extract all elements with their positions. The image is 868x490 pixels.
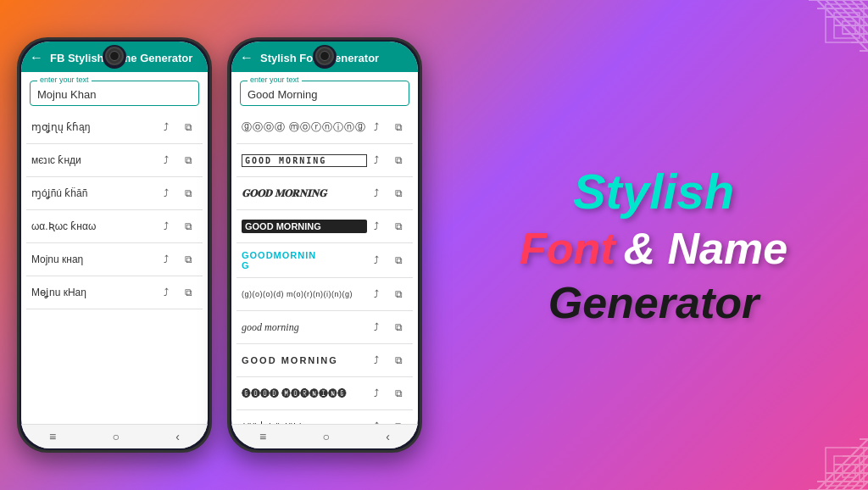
table-row: ɱóʝñú ƙĥāñ ⤴ ⧉	[26, 177, 203, 210]
share-icon[interactable]: ⤴	[367, 118, 386, 136]
table-row: 𝐆𝐎𝐎𝐃 𝐌𝐎𝐑𝐍𝐈𝐍𝐆 ⤴ ⧉	[236, 177, 413, 210]
brand-generator: Generator	[548, 277, 760, 328]
branding-section: Stylish Font & Name Generator	[439, 146, 868, 345]
table-row: ɱơʝɳų ƙɦąŋ ⤴ ⧉	[26, 111, 203, 144]
back-nav-icon[interactable]: ‹	[175, 430, 180, 443]
copy-icon[interactable]: ⧉	[179, 250, 198, 269]
copy-icon[interactable]: ⧉	[389, 318, 408, 337]
font-text: 𝐆𝐎𝐎𝐃 𝐌𝐎𝐑𝐍𝐈𝐍𝐆	[242, 187, 367, 199]
table-row: GOOD MORNING ⤴ ⧉	[236, 210, 413, 243]
font-actions: ⤴ ⧉	[367, 351, 408, 370]
share-icon[interactable]: ⤴	[367, 351, 386, 370]
svg-line-24	[826, 448, 868, 490]
share-icon[interactable]: ⤴	[367, 251, 386, 270]
phone2-input-area: enter your text	[231, 72, 418, 111]
table-row: ωα.Ʀωc ƙнαω ⤴ ⧉	[26, 210, 203, 243]
phone1-bottom-nav: ≡ ○ ‹	[21, 424, 208, 448]
copy-icon[interactable]: ⧉	[389, 151, 408, 170]
font-actions: ⤴ ⧉	[367, 285, 408, 303]
font-text: GOOD MORNING	[242, 355, 367, 365]
back-nav-icon[interactable]: ‹	[386, 430, 390, 443]
font-text: GOODMORNING	[242, 250, 367, 270]
table-row: 🅖🅞🅞🅓 🅜🅞🅡🅝🅘🅝🅖 ⤴ ⧉	[236, 377, 413, 410]
font-text: good morning	[242, 321, 367, 334]
phones-container: ← FB Stylish Name Generator enter your t…	[0, 22, 439, 468]
share-icon[interactable]: ⤴	[367, 417, 386, 424]
table-row: Mөʝnu кHаη ⤴ ⧉	[26, 276, 203, 309]
share-icon[interactable]: ⤴	[367, 318, 386, 337]
menu-icon[interactable]: ≡	[259, 430, 266, 443]
font-text: GOOD MORNING	[242, 154, 367, 167]
phone1-camera	[105, 47, 124, 65]
share-icon[interactable]: ⤴	[367, 151, 386, 170]
font-actions: ⤴ ⧉	[157, 217, 198, 236]
copy-icon[interactable]: ⧉	[389, 417, 408, 424]
share-icon[interactable]: ⤴	[367, 285, 386, 303]
copy-icon[interactable]: ⧉	[179, 283, 198, 302]
phone1-input[interactable]	[37, 88, 192, 101]
font-text: ɱóʝñú ƙĥāñ	[31, 187, 157, 199]
brand-stylish: Stylish	[573, 163, 734, 220]
copy-icon[interactable]: ⧉	[389, 118, 408, 136]
copy-icon[interactable]: ⧉	[389, 285, 408, 303]
table-row: GOOD MORNING ⤴ ⧉	[236, 144, 413, 177]
copy-icon[interactable]: ⧉	[179, 217, 198, 236]
copy-icon[interactable]: ⧉	[389, 251, 408, 270]
table-row: good morning ⤴ ⧉	[236, 311, 413, 344]
home-icon[interactable]: ○	[113, 430, 120, 443]
phone2-input-label: enter your text	[248, 75, 302, 84]
font-text: ⓖⓞⓞⓓ ⓜⓞⓡⓝⓘⓝⓖ	[242, 120, 367, 135]
table-row: GOODMORNING ⤴ ⧉	[236, 243, 413, 278]
font-text: мєנιc ƙнди	[31, 154, 157, 166]
font-text: Mөʝnu кHаη	[31, 287, 157, 298]
font-text: GOOD MORNING	[242, 220, 367, 233]
copy-icon[interactable]: ⧉	[389, 217, 408, 236]
font-actions: ⤴ ⧉	[157, 118, 198, 136]
back-arrow-icon[interactable]: ←	[30, 50, 43, 65]
table-row: (g)(o)(o)(d) m(o)(r)(n)(i)(n)(g) ⤴ ⧉	[236, 278, 413, 311]
font-text: ɱơʝɳų ƙɦąŋ	[31, 121, 157, 133]
share-icon[interactable]: ⤴	[157, 118, 175, 136]
share-icon[interactable]: ⤴	[157, 217, 175, 236]
phone1-input-area: enter your text	[21, 72, 208, 111]
phone2-input-wrapper: enter your text	[240, 81, 409, 106]
font-actions: ⤴ ⧉	[157, 283, 198, 302]
copy-icon[interactable]: ⧉	[389, 384, 408, 403]
copy-icon[interactable]: ⧉	[179, 151, 198, 170]
phone2-screen: ← Stylish Font Generator enter your text…	[231, 42, 418, 448]
copy-icon[interactable]: ⧉	[389, 351, 408, 370]
font-actions: ⤴ ⧉	[367, 151, 408, 170]
phone-1: ← FB Stylish Name Generator enter your t…	[17, 37, 212, 453]
font-actions: ⤴ ⧉	[367, 184, 408, 203]
phone2-font-list: ⓖⓞⓞⓓ ⓜⓞⓡⓝⓘⓝⓖ ⤴ ⧉ GOOD MORNING ⤴ ⧉ 𝐆𝐎𝐎𝐃 𝐌…	[231, 111, 418, 424]
back-arrow-icon[interactable]: ←	[240, 50, 253, 65]
share-icon[interactable]: ⤴	[157, 184, 175, 203]
phone2-input[interactable]	[248, 88, 402, 101]
brand-font-text: Font	[520, 223, 615, 274]
share-icon[interactable]: ⤴	[367, 384, 386, 403]
copy-icon[interactable]: ⧉	[179, 184, 198, 203]
font-text: 🅖🅞🅞🅓 🅜🅞🅡🅝🅘🅝🅖	[242, 388, 367, 398]
table-row: Mojnu кнаη ⤴ ⧉	[26, 243, 203, 276]
copy-icon[interactable]: ⧉	[179, 118, 198, 136]
menu-icon[interactable]: ≡	[49, 430, 56, 443]
share-icon[interactable]: ⤴	[157, 250, 175, 269]
share-icon[interactable]: ⤴	[367, 184, 386, 203]
copy-icon[interactable]: ⧉	[389, 184, 408, 203]
brand-and-name-text: & Name	[623, 223, 787, 274]
table-row: ⓖⓞⓞⓓ ⓜⓞⓡⓝⓘⓝⓖ ⤴ ⧉	[236, 111, 413, 144]
phone1-screen: ← FB Stylish Name Generator enter your t…	[21, 42, 208, 448]
share-icon[interactable]: ⤴	[157, 283, 175, 302]
font-actions: ⤴ ⧉	[367, 384, 408, 403]
table-row: мєנιc ƙнди ⤴ ⧉	[26, 144, 203, 177]
font-actions: ⤴ ⧉	[157, 250, 198, 269]
phone1-font-list: ɱơʝɳų ƙɦąŋ ⤴ ⧉ мєנιc ƙнди ⤴ ⧉ ɱóʝñú ƙĥāñ	[21, 111, 208, 424]
share-icon[interactable]: ⤴	[367, 217, 386, 236]
phone1-input-wrapper: enter your text	[30, 81, 199, 106]
table-row: GOOD MORNING ⤴ ⧉	[236, 344, 413, 377]
phone2-bottom-nav: ≡ ○ ‹	[231, 424, 418, 448]
font-text: ωα.Ʀωc ƙнαω	[31, 220, 157, 232]
phone-2: ← Stylish Font Generator enter your text…	[227, 37, 422, 453]
share-icon[interactable]: ⤴	[157, 151, 175, 170]
home-icon[interactable]: ○	[323, 430, 330, 443]
